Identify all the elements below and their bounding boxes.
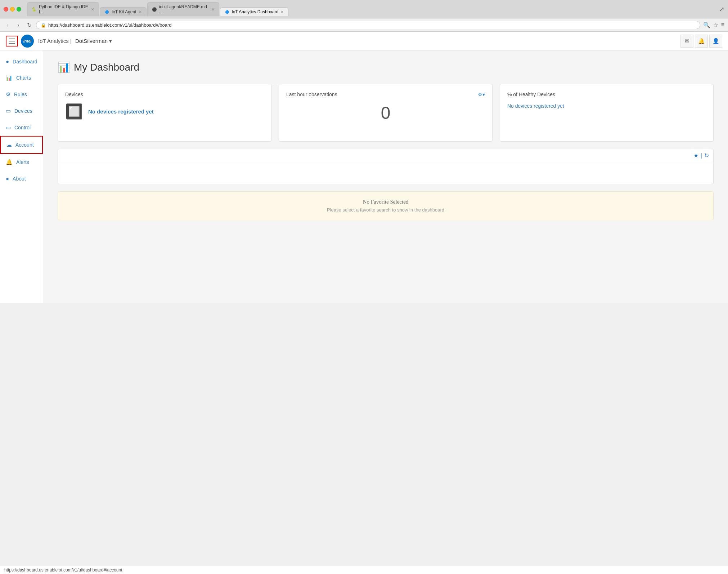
page-title-icon: 📊 — [58, 61, 70, 73]
minimize-dot[interactable] — [10, 7, 15, 12]
page-title-text: My Dashboard — [74, 62, 139, 73]
dashboard-cards: Devices 🔲 No devices registered yet Last… — [58, 84, 714, 142]
sidebar-label-charts: Charts — [16, 75, 31, 81]
tab1-label: Python IDE & Django IDE f... — [39, 4, 89, 14]
page-title: 📊 My Dashboard — [58, 61, 714, 73]
tab4-label: IoT Analytics Dashboard — [232, 9, 279, 14]
tab2-label: IoT Kit Agent — [112, 9, 136, 14]
charts-icon: 📊 — [6, 75, 13, 81]
tab4-icon: 🔷 — [225, 9, 230, 14]
sidebar-label-about: About — [13, 176, 26, 182]
bookmark-icon[interactable]: ☆ — [713, 22, 718, 28]
browser-title-bar: 🐍 Python IDE & Django IDE f... ✕ 🔷 IoT K… — [0, 0, 728, 18]
back-button[interactable]: ‹ — [4, 21, 12, 29]
healthy-card-content: No devices registered yet — [507, 103, 706, 109]
sidebar-item-account[interactable]: ☁ Account — [0, 136, 43, 154]
chart-panel: ★ | ↻ — [58, 149, 714, 184]
devices-card: Devices 🔲 No devices registered yet — [58, 84, 271, 142]
hamburger-line-3 — [9, 43, 15, 44]
sidebar-item-about[interactable]: ● About — [0, 170, 43, 187]
sidebar-item-alerts[interactable]: 🔔 Alerts — [0, 154, 43, 170]
sidebar-item-dashboard[interactable]: ● Dashboard — [0, 53, 43, 70]
devices-card-content: 🔲 No devices registered yet — [65, 103, 264, 120]
sidebar-label-dashboard: Dashboard — [13, 59, 37, 64]
browser-dots — [4, 7, 21, 12]
browser-tabs: 🐍 Python IDE & Django IDE f... ✕ 🔷 IoT K… — [27, 2, 717, 16]
close-dot[interactable] — [4, 7, 8, 12]
forward-button[interactable]: › — [14, 21, 22, 29]
observations-settings-icon[interactable]: ⚙▾ — [478, 92, 485, 97]
browser-tab-1[interactable]: 🐍 Python IDE & Django IDE f... ✕ — [27, 2, 99, 16]
no-devices-registered-link[interactable]: No devices registered yet — [507, 103, 564, 109]
refresh-button[interactable]: ↻ — [25, 21, 33, 29]
tab2-close[interactable]: ✕ — [139, 10, 142, 14]
nav-actions: 🔍 ☆ ≡ — [703, 22, 724, 28]
chart-star-icon[interactable]: ★ — [693, 152, 698, 159]
main-content: 📊 My Dashboard Devices 🔲 No devices regi… — [43, 50, 728, 303]
browser-tab-4[interactable]: 🔷 IoT Analytics Dashboard ✕ — [220, 7, 289, 16]
chart-panel-header: ★ | ↻ — [58, 149, 713, 162]
user-dropdown-arrow[interactable]: ▾ — [109, 38, 112, 44]
browser-tab-2[interactable]: 🔷 IoT Kit Agent ✕ — [100, 7, 147, 16]
tab2-icon: 🔷 — [104, 9, 109, 14]
sidebar-item-rules[interactable]: ⚙ Rules — [0, 86, 43, 103]
no-favorite-box: No Favorite Selected Please select a fav… — [58, 191, 714, 220]
user-profile-button[interactable]: 👤 — [709, 35, 722, 48]
healthy-title-text: % of Healthy Devices — [507, 92, 555, 97]
tab1-icon: 🐍 — [32, 7, 37, 12]
observations-card-title: Last hour observations ⚙▾ — [286, 92, 485, 97]
mail-button[interactable]: ✉ — [680, 35, 693, 48]
search-nav-icon[interactable]: 🔍 — [703, 22, 710, 28]
healthy-devices-card: % of Healthy Devices No devices register… — [500, 84, 714, 142]
tab4-close[interactable]: ✕ — [280, 10, 284, 14]
sidebar-item-charts[interactable]: 📊 Charts — [0, 70, 43, 86]
sidebar-item-control[interactable]: ▭ Control — [0, 119, 43, 136]
notifications-button[interactable]: 🔔 — [695, 35, 708, 48]
alerts-icon: 🔔 — [6, 159, 13, 165]
sidebar-label-alerts: Alerts — [16, 159, 29, 165]
tab1-close[interactable]: ✕ — [91, 7, 94, 12]
chip-icon: 🔲 — [65, 103, 83, 120]
user-icon: 👤 — [713, 38, 719, 44]
sidebar-label-account: Account — [15, 142, 34, 148]
control-icon: ▭ — [6, 124, 11, 131]
mail-icon: ✉ — [685, 38, 689, 44]
devices-card-title: Devices — [65, 92, 264, 97]
tab3-icon: ⚫ — [152, 7, 157, 12]
observations-value: 0 — [286, 103, 485, 123]
address-bar[interactable]: 🔒 https://dashboard.us.enableiot.com/v1/… — [36, 21, 700, 29]
app-body: ● Dashboard 📊 Charts ⚙ Rules ▭ Devices ▭… — [0, 50, 728, 303]
observations-card: Last hour observations ⚙▾ 0 — [279, 84, 493, 142]
hamburger-line-2 — [9, 41, 15, 41]
menu-icon[interactable]: ≡ — [721, 22, 724, 28]
about-icon: ● — [6, 175, 9, 182]
hamburger-line-1 — [9, 39, 15, 39]
intel-logo: intel — [21, 35, 34, 48]
no-favorite-subtitle: Please select a favorite search to show … — [65, 207, 706, 213]
chart-panel-actions: ★ | ↻ — [693, 152, 709, 159]
address-text: https://dashboard.us.enableiot.com/v1/ui… — [48, 22, 696, 28]
maximize-dot[interactable] — [17, 7, 21, 12]
app-header: intel IoT Analytics | DotSilverman ▾ ✉ 🔔… — [0, 32, 728, 50]
expand-btn[interactable]: ⤢ — [719, 5, 724, 13]
no-favorite-title: No Favorite Selected — [65, 199, 706, 205]
dashboard-icon: ● — [6, 58, 9, 64]
chart-refresh-icon[interactable]: ↻ — [704, 152, 709, 159]
app-title-text: IoT Analytics | — [38, 38, 72, 44]
sidebar: ● Dashboard 📊 Charts ⚙ Rules ▭ Devices ▭… — [0, 50, 43, 303]
bell-icon: 🔔 — [698, 38, 705, 44]
observations-title-text: Last hour observations — [286, 92, 337, 97]
browser-tab-3[interactable]: ⚫ iotkit-agent/README.md ... ✕ — [147, 2, 219, 16]
sidebar-label-devices: Devices — [14, 108, 32, 114]
sidebar-item-devices[interactable]: ▭ Devices — [0, 103, 43, 119]
app-title: IoT Analytics | DotSilverman ▾ — [38, 38, 112, 44]
no-devices-text: No devices registered yet — [88, 108, 154, 115]
sidebar-label-rules: Rules — [14, 92, 27, 97]
username-text: DotSilverman — [75, 38, 108, 44]
tab3-close[interactable]: ✕ — [211, 7, 215, 12]
healthy-card-title: % of Healthy Devices — [507, 92, 706, 97]
hamburger-button[interactable] — [6, 36, 18, 46]
header-icons: ✉ 🔔 👤 — [680, 35, 722, 48]
rules-icon: ⚙ — [6, 91, 10, 98]
ssl-lock-icon: 🔒 — [41, 23, 46, 28]
